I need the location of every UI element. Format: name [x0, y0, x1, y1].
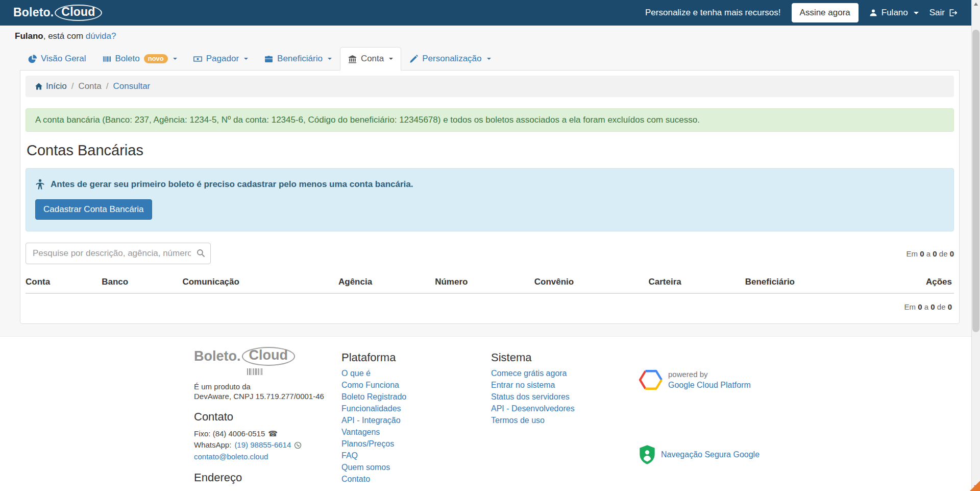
brand-cloud-outline: Cloud — [55, 5, 102, 21]
whatsapp-line: WhatsApp: (19) 98855-6614 — [194, 439, 347, 451]
footer-link[interactable]: O que é — [341, 369, 371, 378]
brand-logo[interactable]: Boleto.Cloud — [13, 5, 102, 21]
accounts-table: Conta Banco Comunicação Agência Número C… — [26, 271, 954, 294]
barcode-icon — [103, 55, 111, 63]
gcp-link[interactable]: Google Cloud Platform — [668, 381, 751, 389]
phone-icon: ☎ — [268, 428, 278, 440]
breadcrumb-separator: / — [71, 81, 74, 91]
contact-title: Contato — [194, 410, 347, 424]
tab-label: Visão Geral — [41, 54, 86, 64]
google-cloud-icon — [639, 369, 663, 390]
page: Boleto.Cloud Personalize e tenha mais re… — [0, 0, 980, 491]
greeting-text: , está com — [43, 31, 86, 41]
logout-label: Sair — [929, 8, 945, 18]
footer-link[interactable]: Boleto Registrado — [341, 392, 406, 401]
footer-link[interactable]: Comece grátis agora — [491, 369, 567, 378]
col-agencia: Agência — [338, 271, 435, 293]
footer-link[interactable]: Termos de uso — [491, 416, 545, 425]
gcp-row: powered by Google Cloud Platform — [639, 369, 760, 391]
email-link[interactable]: contato@boleto.cloud — [194, 451, 268, 463]
col-comunicacao: Comunicação — [182, 271, 338, 293]
user-icon — [869, 9, 877, 17]
footer-link[interactable]: Status dos servidores — [491, 392, 570, 401]
tab-conta[interactable]: Conta — [340, 47, 401, 71]
user-menu[interactable]: Fulano — [869, 8, 919, 18]
greeting-bar: Fulano, está com dúvida? — [0, 26, 980, 44]
breadcrumb-consultar[interactable]: Consultar — [113, 81, 150, 91]
system-links: Comece grátis agora Entrar no sistema St… — [491, 369, 575, 425]
tab-personalizacao[interactable]: Personalização — [401, 47, 499, 71]
main-container: Visão Geral Boleto novo Pagador — [20, 47, 960, 324]
breadcrumb-separator: / — [106, 81, 109, 91]
logout-button[interactable]: Sair — [929, 8, 957, 18]
footer-link[interactable]: Contato — [341, 475, 370, 483]
col-convenio: Convênio — [534, 271, 649, 293]
footer-link[interactable]: Vantagens — [341, 428, 380, 436]
scroll-up-arrow[interactable] — [972, 0, 980, 9]
tab-visao-geral[interactable]: Visão Geral — [20, 47, 94, 71]
chevron-down-icon — [173, 58, 177, 60]
footer-link[interactable]: FAQ — [341, 451, 358, 460]
col-conta: Conta — [26, 271, 102, 293]
tab-label: Personalização — [422, 54, 481, 64]
tab-label: Pagador — [206, 54, 239, 64]
subscribe-button[interactable]: Assine agora — [792, 3, 859, 22]
footer-cloud-outline: Cloud — [242, 347, 295, 366]
breadcrumb-label: Início — [46, 81, 67, 91]
help-link[interactable]: dúvida? — [86, 31, 116, 41]
person-icon — [35, 179, 45, 190]
chevron-down-icon — [914, 12, 919, 14]
tab-label: Beneficiário — [277, 54, 323, 64]
footer-link[interactable]: Funcionalidades — [341, 404, 401, 413]
register-account-button[interactable]: Cadastrar Conta Bancária — [35, 199, 152, 220]
pie-chart-icon — [28, 55, 37, 63]
search-icon — [197, 249, 205, 258]
phone-line: Fixo: (84) 4006-0515 ☎ — [194, 428, 347, 440]
brand-logo-text: Boleto. — [13, 6, 54, 19]
footer-brand-column: Boleto.Cloud É um produto da DevAware, C… — [194, 347, 347, 491]
footer-link[interactable]: Como Funciona — [341, 381, 399, 389]
footer-link[interactable]: API - Desenvolvedores — [491, 404, 575, 413]
footer-platform-column: Plataforma O que é Como Funciona Boleto … — [341, 351, 406, 486]
chevron-down-icon — [487, 58, 491, 60]
breadcrumb-inicio[interactable]: Início — [35, 81, 67, 91]
col-banco: Banco — [102, 271, 182, 293]
scrollbar-track[interactable] — [971, 0, 980, 491]
table-header-row: Conta Banco Comunicação Agência Número C… — [26, 271, 954, 293]
product-info: É um produto da DevAware, CNPJ 15.719.27… — [194, 382, 347, 402]
whatsapp-number-link[interactable]: (19) 98855-6614 — [234, 439, 291, 451]
results-count-bottom: Em 0 a 0 de 0 — [26, 302, 954, 311]
footer-logo: Boleto.Cloud — [194, 347, 295, 366]
footer-system-column: Sistema Comece grátis agora Entrar no si… — [491, 351, 575, 428]
scrollbar-thumb[interactable] — [972, 30, 979, 332]
safe-browsing-link[interactable]: Navegação Segura Google — [661, 450, 760, 459]
user-name: Fulano — [881, 8, 908, 18]
tab-beneficiario[interactable]: Beneficiário — [256, 47, 340, 71]
briefcase-icon — [264, 55, 273, 63]
chevron-down-icon — [244, 58, 248, 60]
whatsapp-icon — [294, 441, 302, 449]
promo-text: Personalize e tenha mais recursos! — [645, 8, 781, 18]
greeting-user: Fulano — [15, 31, 43, 41]
page-title: Contas Bancárias — [27, 142, 954, 159]
col-carteira: Carteira — [649, 271, 745, 293]
footer-link[interactable]: API - Integração — [341, 416, 401, 425]
pencil-icon — [409, 55, 418, 63]
list-controls: Em 0 a 0 de 0 — [26, 243, 954, 264]
footer-link[interactable]: Planos/Preços — [341, 439, 394, 448]
footer-link[interactable]: Entrar no sistema — [491, 381, 555, 389]
tab-boleto[interactable]: Boleto novo — [94, 47, 185, 71]
top-navbar: Boleto.Cloud Personalize e tenha mais re… — [0, 0, 980, 26]
shield-icon — [639, 445, 655, 464]
col-acoes: Ações — [898, 271, 954, 293]
search-wrap — [26, 243, 211, 264]
gcp-text: powered by Google Cloud Platform — [668, 369, 751, 391]
footer-google-column: powered by Google Cloud Platform Navegaç… — [639, 369, 760, 464]
info-message-row: Antes de gerar seu primeiro boleto é pre… — [35, 179, 944, 190]
email-line: contato@boleto.cloud — [194, 451, 347, 463]
search-input[interactable] — [26, 243, 211, 264]
safe-browsing-row: Navegação Segura Google — [639, 445, 760, 464]
corner-notification-mark — [970, 481, 980, 491]
footer-link[interactable]: Quem somos — [341, 463, 390, 472]
tab-pagador[interactable]: Pagador — [185, 47, 256, 71]
